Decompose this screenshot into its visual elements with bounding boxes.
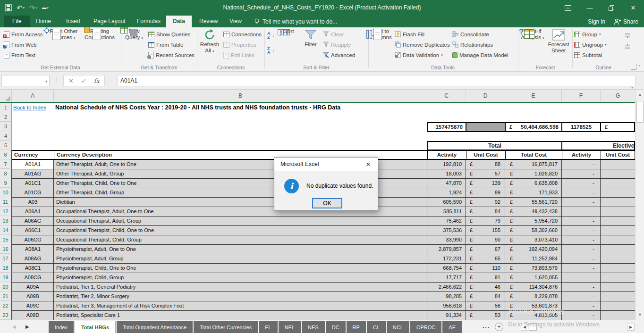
cell-total-cost[interactable]: £171,933 — [505, 188, 562, 198]
name-box[interactable]: ▾ — [1, 75, 50, 86]
row-header-21[interactable]: 21 — [0, 291, 12, 301]
tell-me-box[interactable]: Tell me what you want to do... — [254, 16, 337, 27]
sheet-tab-total-outpatient-attendance[interactable]: Total Outpatient Attendance — [117, 321, 193, 333]
forecast-sheet-button[interactable]: Forecast Sheet — [546, 28, 571, 54]
cell-elective-unit-cost[interactable] — [601, 207, 635, 216]
cell-unit-cost[interactable]: £139 — [466, 179, 505, 188]
from-other-sources-button[interactable]: From Other Sources ▾ — [48, 28, 79, 41]
text-to-columns-button[interactable]: Text to Columns — [369, 28, 393, 41]
manage-data-model-button[interactable]: Manage Data Model — [452, 50, 508, 60]
cell-unit-cost[interactable]: £53 — [466, 311, 505, 320]
sheet-title-cell[interactable]: National Schedule of NHS Costs Year : 20… — [55, 103, 340, 112]
cell-unit-cost[interactable]: £91 — [466, 273, 505, 283]
tab-insert[interactable]: Insert — [59, 16, 87, 27]
cell-total-cost[interactable]: £6,635,808 — [505, 179, 562, 188]
cell-total-activity[interactable]: 585,811 — [427, 207, 466, 216]
what-if-analysis-button[interactable]: ? What-If Analysis ▾ — [520, 28, 545, 41]
cell-total-cost[interactable]: £73,893,579 — [505, 264, 562, 273]
remove-duplicates-button[interactable]: Remove Duplicates — [395, 40, 450, 50]
cell-currency-description[interactable]: Physiotherapist, Child, Group — [54, 273, 427, 283]
cell-total-cost[interactable]: £114,304,876 — [505, 283, 562, 292]
cell-total-activity[interactable]: 1,924 — [427, 188, 466, 198]
cell-unit-cost[interactable]: £90 — [466, 235, 505, 245]
cell-elective-activity[interactable]: - — [562, 216, 601, 226]
cell-currency-description[interactable]: Podiatrist, Tier 2, Minor Surgery — [54, 292, 427, 301]
cell-elective-activity[interactable]: - — [562, 311, 601, 320]
cell-currency-code[interactable]: A01AG — [12, 169, 54, 179]
tab-page-layout[interactable]: Page Layout — [87, 16, 132, 27]
cell-elective-activity[interactable]: - — [562, 283, 601, 292]
consolidate-button[interactable]: Consolidate — [452, 29, 489, 39]
cell-elective-unit-cost[interactable] — [601, 216, 635, 226]
hide-detail-button[interactable] — [624, 42, 631, 51]
cell-total-activity[interactable]: 2,466,622 — [427, 283, 466, 292]
cell-total-cost[interactable]: £8,229,078 — [505, 292, 562, 301]
cell-total-cost[interactable]: £5,954,720 — [505, 216, 562, 226]
cell-currency-code[interactable]: A01CG — [12, 188, 54, 198]
cell-total-activity[interactable]: 192,810 — [427, 160, 466, 169]
summary-total-cost-cell[interactable]: £ 50,404,686,598 — [505, 122, 562, 132]
cell-total-activity[interactable]: 17,717 — [427, 273, 466, 283]
group-button[interactable]: Group ▾ — [574, 29, 601, 39]
cell-elective-unit-cost[interactable] — [601, 301, 635, 311]
cell-total-activity[interactable]: 668,754 — [427, 264, 466, 273]
cell-elective-unit-cost[interactable] — [601, 292, 635, 301]
cell-elective-activity[interactable]: - — [562, 188, 601, 198]
row-header-17[interactable]: 17 — [0, 254, 12, 263]
row-header-11[interactable]: 11 — [0, 197, 12, 207]
cell-elective-activity[interactable]: - — [562, 160, 601, 169]
ok-button[interactable]: OK — [312, 198, 342, 208]
sheet-tab-oproc[interactable]: OPROC — [410, 321, 441, 333]
row-header-19[interactable]: 19 — [0, 273, 12, 282]
cell-elective-activity[interactable]: - — [562, 292, 601, 301]
sheet-tab-dc[interactable]: DC — [326, 321, 346, 333]
elective-band-header[interactable]: Elective — [561, 141, 635, 150]
sheet-nav-right-icon[interactable]: ▶ — [25, 320, 29, 333]
cell-currency-code[interactable]: A06A1 — [12, 207, 54, 216]
select-all-corner[interactable] — [0, 90, 12, 102]
summary-elective-activity-cell[interactable]: 1178525 — [561, 122, 601, 132]
row-header-22[interactable]: 22 — [0, 301, 12, 310]
sheet-tab-index[interactable]: Index — [49, 321, 74, 333]
cell-currency-description[interactable]: Physiotherapist, Adult, One to One — [54, 245, 427, 254]
summary-elective-cost-cell[interactable]: £ 4,61 — [600, 122, 635, 132]
cell-currency-description[interactable]: Podiatrist, Tier 3, Management of at Ris… — [54, 301, 427, 311]
cell-unit-cost[interactable]: £46 — [466, 283, 505, 292]
cell-unit-cost[interactable]: £110 — [466, 264, 505, 273]
cell-total-cost[interactable]: £55,561,720 — [505, 198, 562, 207]
row-header-4[interactable]: 4 — [0, 131, 12, 141]
hscroll-right-icon[interactable]: ▶ — [627, 324, 635, 331]
ribbon-display-options-icon[interactable] — [557, 0, 579, 16]
sheet-tab-cl[interactable]: CL — [367, 321, 386, 333]
elective-unit-cost-header-cell[interactable]: Unit Cost — [601, 150, 635, 160]
tab-file[interactable]: File — [4, 16, 30, 27]
currency-header-cell[interactable]: Currency — [12, 150, 54, 160]
row-header-12[interactable]: 12 — [0, 207, 12, 216]
sort-za-button[interactable]: ZA↓ — [267, 45, 274, 55]
row-header-1[interactable]: 1 — [0, 103, 12, 112]
row-header-18[interactable]: 18 — [0, 263, 12, 273]
cell-elective-activity[interactable]: - — [562, 235, 601, 245]
dialog-close-icon[interactable]: ✕ — [363, 158, 374, 171]
cell-elective-unit-cost[interactable] — [601, 273, 635, 283]
filter-button[interactable]: Filter — [300, 28, 321, 48]
cell-total-cost[interactable]: £49,432,438 — [505, 207, 562, 216]
cell-elective-unit-cost[interactable] — [601, 264, 635, 273]
cell-elective-unit-cost[interactable] — [601, 245, 635, 254]
tab-data[interactable]: Data — [166, 16, 192, 27]
row-header-8[interactable]: 8 — [0, 169, 12, 178]
advanced-filter-button[interactable]: Advanced — [323, 50, 355, 60]
cell-currency-description[interactable]: Occupational Therapist, Child, Group — [54, 235, 427, 245]
elective-activity-header-cell[interactable]: Activity — [562, 150, 601, 160]
cell-elective-unit-cost[interactable] — [601, 226, 635, 235]
sheet-tab-ae[interactable]: AE — [442, 321, 462, 333]
cell-total-cost[interactable]: £11,252,984 — [505, 254, 562, 264]
confirm-entry-icon[interactable]: ✓ — [81, 77, 86, 84]
cell-elective-unit-cost[interactable] — [601, 254, 635, 264]
close-icon[interactable]: ✕ — [622, 0, 644, 16]
sheet-tab-el[interactable]: EL — [259, 321, 277, 333]
cell-unit-cost[interactable]: £88 — [466, 160, 505, 169]
total-cost-header-cell[interactable]: Total Cost — [505, 150, 562, 160]
cell-currency-description[interactable]: Podiatrist, Specialist Care 1 — [54, 311, 427, 320]
sign-in-link[interactable]: Sign in — [588, 18, 605, 25]
